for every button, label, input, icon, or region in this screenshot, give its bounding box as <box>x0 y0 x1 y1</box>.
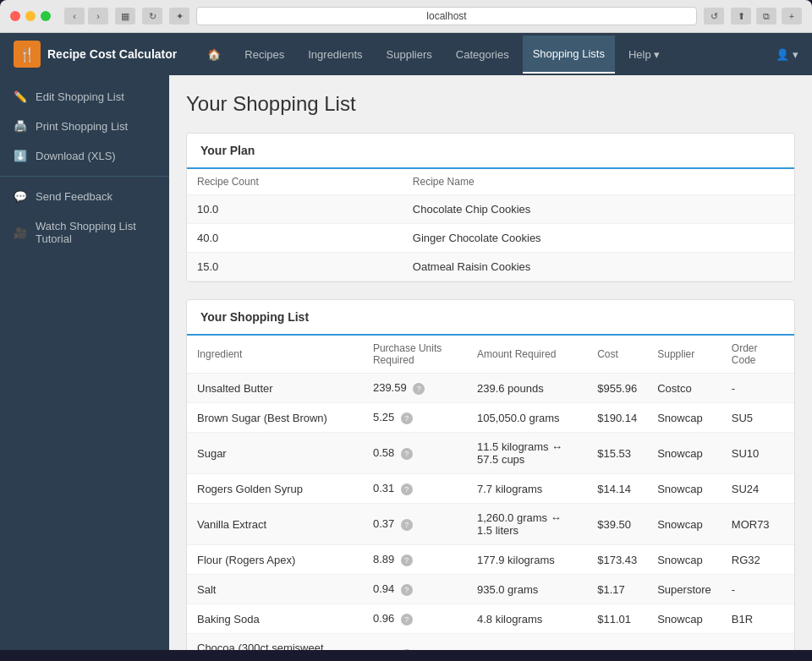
sidebar-toggle[interactable]: ▦ <box>115 8 135 25</box>
nav-ingredients[interactable]: Ingredients <box>298 36 372 73</box>
supplier: Snowcap <box>647 403 721 433</box>
sidebar-item-download-xls[interactable]: ⬇️ Download (XLS) <box>0 141 169 171</box>
sidebar: ✏️ Edit Shopping List 🖨️ Print Shopping … <box>0 75 169 650</box>
nav-recipes[interactable]: Recipes <box>234 36 294 73</box>
sidebar-item-edit-shopping[interactable]: ✏️ Edit Shopping List <box>0 82 169 112</box>
address-bar[interactable]: localhost <box>196 7 697 25</box>
order-code: SU24 <box>721 474 794 504</box>
purchase-units: 0.94 ? <box>363 575 467 604</box>
nav-categories[interactable]: Categories <box>446 36 519 73</box>
shopping-col-1: Purchase Units Required <box>363 336 467 374</box>
purchase-units-help-icon[interactable]: ? <box>401 584 413 596</box>
purchase-units-help-icon[interactable]: ? <box>401 448 413 460</box>
forward-button[interactable]: › <box>88 8 108 25</box>
new-tab-icon[interactable]: ⧉ <box>756 8 776 25</box>
purchase-units-help-icon[interactable]: ? <box>401 412 413 424</box>
plan-recipe-name: Ginger Chocolate Cookies <box>403 224 794 253</box>
supplier: Snowcap <box>647 604 721 634</box>
sidebar-tutorial-label: Watch Shopping List Tutorial <box>36 220 156 245</box>
user-menu[interactable]: 👤 ▾ <box>776 48 798 61</box>
ingredient-name: Unsalted Butter <box>187 374 363 403</box>
plan-col-count: Recipe Count <box>187 169 403 195</box>
order-code: B1R <box>721 604 794 634</box>
amount-required: 4.8 kilograms <box>467 604 587 634</box>
plan-card: Your Plan Recipe Count Recipe Name 10.0 … <box>186 133 795 282</box>
shopping-table: IngredientPurchase Units RequiredAmount … <box>187 336 794 650</box>
plan-recipe-name: Oatmeal Raisin Cookies <box>403 253 794 281</box>
purchase-units-help-icon[interactable]: ? <box>401 614 413 625</box>
plan-col-name: Recipe Name <box>403 169 794 195</box>
back-button[interactable]: ‹ <box>64 8 85 25</box>
cost: $11.01 <box>587 604 647 634</box>
purchase-units: 0.58 ? <box>363 433 467 474</box>
download-icon: ⬇️ <box>14 150 27 162</box>
purchase-units: 0.96 ? <box>363 604 467 634</box>
order-code: QZ117775 <box>721 634 794 651</box>
shopping-table-row: Brown Sugar (Best Brown) 5.25 ? 105,050.… <box>187 403 794 433</box>
amount-required: 1,260.0 grams ↔ 1.5 liters <box>467 504 587 545</box>
amount-required: 177.9 kilograms <box>467 545 587 575</box>
shopping-col-2: Amount Required <box>467 336 587 374</box>
security-icon: ✦ <box>169 8 189 25</box>
maximize-button[interactable] <box>41 11 51 21</box>
top-nav: 🍴 Recipe Cost Calculator 🏠 Recipes Ingre… <box>0 33 812 75</box>
browser-actions: ⬆ ⧉ + <box>731 8 802 25</box>
sidebar-item-feedback[interactable]: 💬 Send Feedback <box>0 182 169 211</box>
purchase-units: 1.36 ? <box>363 634 467 651</box>
minimize-button[interactable] <box>25 11 36 21</box>
supplier: Snowcap <box>647 433 721 474</box>
shopping-table-row: Chocoa (300ct semisweet chocolate chunks… <box>187 634 794 651</box>
sidebar-item-tutorial[interactable]: 🎥 Watch Shopping List Tutorial <box>0 211 169 254</box>
reload-button[interactable]: ↺ <box>704 8 724 25</box>
app-wrapper: 🍴 Recipe Cost Calculator 🏠 Recipes Ingre… <box>0 33 812 650</box>
amount-required: 105,050.0 grams <box>467 403 587 433</box>
main-layout: ✏️ Edit Shopping List 🖨️ Print Shopping … <box>0 75 812 650</box>
cost: $15.53 <box>587 433 647 474</box>
supplier: Costco <box>647 374 721 403</box>
video-icon: 🎥 <box>14 227 27 239</box>
amount-required: 239.6 pounds <box>467 374 587 403</box>
shopping-table-row: Vanilla Extract 0.37 ? 1,260.0 grams ↔ 1… <box>187 504 794 545</box>
shopping-col-3: Cost <box>587 336 647 374</box>
shopping-table-row: Flour (Rogers Apex) 8.89 ? 177.9 kilogra… <box>187 545 794 575</box>
sidebar-download-label: Download (XLS) <box>36 150 116 162</box>
supplier: Snowcap <box>647 545 721 575</box>
cost: $190.14 <box>587 403 647 433</box>
ingredient-name: Rogers Golden Syrup <box>187 474 363 504</box>
purchase-units: 8.89 ? <box>363 545 467 575</box>
close-button[interactable] <box>10 11 20 21</box>
nav-home[interactable]: 🏠 <box>197 36 231 73</box>
add-tab-button[interactable]: + <box>782 8 802 25</box>
plan-recipe-name: Chocolate Chip Cookies <box>403 195 794 224</box>
ingredient-name: Baking Soda <box>187 604 363 634</box>
ingredient-name: Vanilla Extract <box>187 504 363 545</box>
amount-required: 7.7 kilograms <box>467 474 587 504</box>
supplier: Snowcap <box>647 474 721 504</box>
cost: $955.96 <box>587 374 647 403</box>
cost: $1.17 <box>587 575 647 604</box>
nav-shopping-lists[interactable]: Shopping Lists <box>523 36 615 74</box>
nav-suppliers[interactable]: Suppliers <box>376 36 442 73</box>
plan-recipe-count: 40.0 <box>187 224 403 253</box>
purchase-units-help-icon[interactable]: ? <box>401 483 413 495</box>
refresh-icon[interactable]: ↻ <box>142 8 162 25</box>
shopping-card-header: Your Shopping List <box>187 300 794 336</box>
purchase-units-help-icon[interactable]: ? <box>413 383 425 395</box>
order-code: - <box>721 374 794 403</box>
purchase-units-help-icon[interactable]: ? <box>401 649 413 650</box>
share-button[interactable]: ⬆ <box>731 8 751 25</box>
plan-table-row: 10.0 Chocolate Chip Cookies <box>187 195 794 224</box>
page-title: Your Shopping List <box>186 92 795 116</box>
cost: $14.14 <box>587 474 647 504</box>
purchase-units-help-icon[interactable]: ? <box>401 554 413 566</box>
order-code: RG32 <box>721 545 794 575</box>
purchase-units-help-icon[interactable]: ? <box>401 519 413 531</box>
sidebar-edit-label: Edit Shopping List <box>36 90 124 103</box>
order-code: SU5 <box>721 403 794 433</box>
sidebar-item-print-shopping[interactable]: 🖨️ Print Shopping List <box>0 112 169 141</box>
nav-help[interactable]: Help ▾ <box>618 36 670 73</box>
shopping-table-row: Baking Soda 0.96 ? 4.8 kilograms $11.01 … <box>187 604 794 634</box>
ingredient-name: Flour (Rogers Apex) <box>187 545 363 575</box>
content-area: Your Shopping List Your Plan Recipe Coun… <box>169 75 812 650</box>
order-code: MOR73 <box>721 504 794 545</box>
